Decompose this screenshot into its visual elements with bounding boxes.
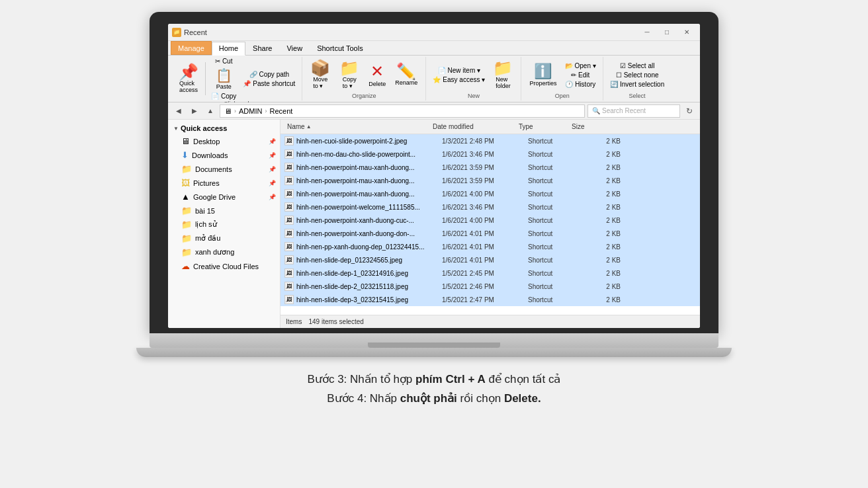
tab-view[interactable]: View <box>279 41 310 55</box>
rename-button[interactable]: ✏️ Rename <box>391 58 421 91</box>
cell-name: hinh-nen-powerpoint-welcome_1111585... <box>296 204 442 211</box>
cell-date: 1/5/2021 2:45 PM <box>442 270 528 277</box>
sidebar-item-google-drive[interactable]: ▲ Google Drive 📌 <box>168 190 280 204</box>
file-row[interactable]: 🖼 ↗ hinh-nen-slide-dep_012324565.jpeg 1/… <box>281 253 700 266</box>
pin-icon-downloads: 📌 <box>269 152 276 159</box>
quick-access-button[interactable]: 📌 Quickaccess <box>175 62 202 95</box>
google-drive-icon: ▲ <box>181 192 190 202</box>
cell-name: hinh-nen-slide-dep-2_023215118.jpeg <box>296 283 442 290</box>
pin-icon-documents: 📌 <box>269 166 276 173</box>
file-row[interactable]: 🖼 ↗ hinh-nen-powerpoint-mau-xanh-duong..… <box>281 174 700 187</box>
close-button[interactable]: ✕ <box>677 26 696 38</box>
edit-button[interactable]: ✏ Edit <box>568 71 592 79</box>
laptop-stand <box>136 348 732 357</box>
invert-label: Invert selection <box>620 81 664 88</box>
sidebar-item-modau[interactable]: 📁 mở đầu <box>168 231 280 245</box>
copy-to-button[interactable]: 📁 Copyto ▾ <box>335 58 363 91</box>
col-header-type[interactable]: Type <box>516 123 569 130</box>
cell-name: hinh-nen-powerpoint-xanh-duong-don-... <box>296 230 442 237</box>
cut-button[interactable]: ✂ Cut <box>212 57 236 65</box>
col-header-name[interactable]: Name ▲ <box>284 123 430 130</box>
tab-home[interactable]: Home <box>212 42 245 56</box>
paste-shortcut-button[interactable]: 📌 Paste shortcut <box>240 79 298 88</box>
history-button[interactable]: 🕐 History <box>562 80 598 89</box>
new-item-button[interactable]: 📄 New item ▾ <box>435 66 484 75</box>
address-path[interactable]: 🖥 › ADMIN › Recent <box>220 104 585 118</box>
file-row[interactable]: 🖼 ↗ hinh-nen-pp-xanh-duong-dep_012324415… <box>281 240 700 253</box>
select-none-button[interactable]: ☐ Select none <box>613 71 662 79</box>
file-row[interactable]: 🖼 ↗ hinh-nen-powerpoint-mau-xanh-duong..… <box>281 161 700 174</box>
file-row[interactable]: 🖼 ↗ hinh-nen-powerpoint-welcome_1111585.… <box>281 200 700 214</box>
file-row[interactable]: 🖼 ↗ hinh-nen-slide-dep-1_023214916.jpeg … <box>281 266 700 280</box>
delete-icon: ✕ <box>370 62 384 81</box>
tab-share[interactable]: Share <box>245 41 279 55</box>
sidebar-item-creative-cloud[interactable]: ☁ Creative Cloud Files <box>168 259 280 273</box>
easy-access-button[interactable]: ⭐ Easy access ▾ <box>430 75 488 84</box>
properties-button[interactable]: ℹ️ Properties <box>525 58 560 91</box>
instruction-line1: Bước 3: Nhấn tổ hợp phím Ctrl + A để chọ… <box>308 370 561 389</box>
copy-path-button[interactable]: 🔗 Copy path <box>247 70 292 79</box>
ribbon-group-organize: 📦 Moveto ▾ 📁 Copyto ▾ ✕ Delete <box>302 57 426 101</box>
cell-size: 2 KB <box>581 138 621 145</box>
col-header-size[interactable]: Size <box>569 123 609 130</box>
sort-arrow-name: ▲ <box>306 124 312 130</box>
search-box[interactable]: 🔍 Search Recent <box>587 104 680 118</box>
shortcut-arrow: ↗ <box>285 153 289 158</box>
paste-shortcut-label: Paste shortcut <box>253 80 295 87</box>
sidebar-item-downloads[interactable]: ⬇ Downloads 📌 <box>168 148 280 162</box>
cell-date: 1/6/2021 4:00 PM <box>442 217 528 224</box>
cell-date: 1/6/2021 3:59 PM <box>442 164 528 171</box>
forward-button[interactable]: ▶ <box>188 104 201 118</box>
quick-access-header[interactable]: ▼ Quick access <box>168 122 280 134</box>
sidebar-item-lichsu[interactable]: 📁 lịch sử <box>168 218 280 231</box>
ribbon: Manage Home Share View Shortcut Tools 📌 <box>168 41 700 102</box>
sidebar: ▼ Quick access 🖥 Desktop 📌 ⬇ Downloads 📌 <box>168 120 281 328</box>
copy-button[interactable]: 📄 Copy <box>208 92 239 101</box>
sidebar-item-xanhduong[interactable]: 📁 xanh dương <box>168 245 280 259</box>
delete-button[interactable]: ✕ Delete <box>365 58 390 91</box>
sidebar-item-pictures[interactable]: 🖼 Pictures 📌 <box>168 176 280 190</box>
open-col: 📂 Open ▾ ✏ Edit 🕐 <box>562 61 599 89</box>
screen-bezel: 📁 Recent ─ □ ✕ Manage Home Share <box>150 12 718 333</box>
select-all-button[interactable]: ☑ Select all <box>617 61 658 70</box>
file-row[interactable]: 🖼 ↗ hinh-nen-powerpoint-xanh-duong-don-.… <box>281 227 700 240</box>
file-icon: 🖼 ↗ <box>284 189 294 198</box>
sidebar-item-documents[interactable]: 📁 Documents 📌 <box>168 162 280 176</box>
shortcut-arrow: ↗ <box>285 272 289 277</box>
bai15-label: bài 15 <box>195 207 215 215</box>
col-header-date[interactable]: Date modified <box>430 123 516 130</box>
tab-shortcut-tools[interactable]: Shortcut Tools <box>310 41 370 55</box>
paste-button[interactable]: 📋 Paste <box>213 66 235 91</box>
tab-manage[interactable]: Manage <box>171 41 212 55</box>
easy-access-arrow: ▾ <box>482 76 485 83</box>
copy-icon: 📄 <box>211 93 219 100</box>
file-row[interactable]: 🖼 ↗ hinh-nen-slide-dep-2_023215118.jpeg … <box>281 280 700 293</box>
minimize-button[interactable]: ─ <box>638 26 656 38</box>
file-row[interactable]: 🖼 ↗ hinh-nen-mo-dau-cho-slide-powerpoint… <box>281 147 700 161</box>
move-to-button[interactable]: 📦 Moveto ▾ <box>306 58 334 91</box>
shortcut-arrow: ↗ <box>285 192 289 198</box>
maximize-button[interactable]: □ <box>658 26 676 38</box>
refresh-button[interactable]: ↻ <box>683 104 696 118</box>
sidebar-item-bai15[interactable]: 📁 bài 15 <box>168 204 280 218</box>
sidebar-item-desktop[interactable]: 🖥 Desktop 📌 <box>168 134 280 148</box>
clipboard-col: ✂ Cut 📋 Paste <box>208 57 239 101</box>
xanhduong-label: xanh dương <box>195 248 234 257</box>
file-list-container: Name ▲ Date modified Type Size <box>281 120 700 328</box>
open-button[interactable]: 📂 Open ▾ <box>562 61 599 70</box>
new-col: 📄 New item ▾ ⭐ Easy access ▾ <box>430 66 488 84</box>
back-button[interactable]: ◀ <box>172 104 185 118</box>
up-button[interactable]: ▲ <box>204 104 217 118</box>
file-row[interactable]: 🖼 ↗ hinh-nen-powerpoint-mau-xanh-duong..… <box>281 187 700 200</box>
file-row[interactable]: 🖼 ↗ hinh-nen-slide-dep-3_023215415.jpeg … <box>281 293 700 306</box>
invert-selection-button[interactable]: 🔄 Invert selection <box>607 80 667 89</box>
new-label: New <box>468 93 480 101</box>
open-icon: 📂 <box>565 62 573 69</box>
new-folder-button[interactable]: 📁 Newfolder <box>489 58 517 91</box>
file-icon: 🖼 ↗ <box>284 149 294 159</box>
easy-access-label: Easy access <box>443 76 480 83</box>
col-date-label: Date modified <box>433 123 474 130</box>
file-row[interactable]: 🖼 ↗ hinh-nen-powerpoint-xanh-duong-cuc-.… <box>281 214 700 227</box>
cell-size: 2 KB <box>581 283 621 290</box>
file-row[interactable]: 🖼 ↗ hinh-nen-cuoi-slide-powerpoint-2.jpe… <box>281 134 700 147</box>
